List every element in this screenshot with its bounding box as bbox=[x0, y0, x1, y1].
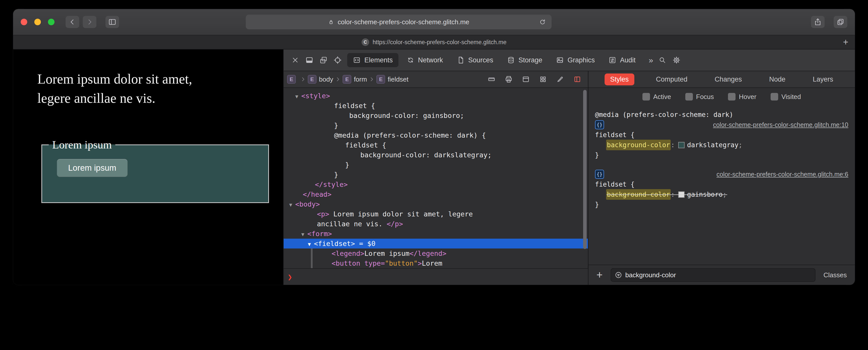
favicon: C bbox=[362, 38, 369, 46]
curly-braces-badge[interactable]: {} bbox=[595, 170, 604, 179]
pseudo-active-toggle[interactable]: Active bbox=[643, 93, 671, 101]
sidebar-toggle-button[interactable] bbox=[105, 16, 119, 28]
element-overlay-button[interactable] bbox=[572, 74, 583, 85]
pseudo-visited-toggle[interactable]: Visited bbox=[771, 93, 801, 101]
tab-computed[interactable]: Computed bbox=[651, 74, 693, 85]
close-icon bbox=[291, 56, 299, 64]
scrollbar-thumb[interactable] bbox=[583, 90, 587, 249]
breadcrumb-item-form[interactable]: E form bbox=[343, 75, 367, 84]
dom-line-selected[interactable]: ▼ <fieldset> = $0 bbox=[284, 239, 588, 249]
dom-line[interactable]: </head> bbox=[284, 189, 588, 199]
css-declaration[interactable]: background-color:darkslategray; bbox=[595, 140, 848, 150]
print-styles-button[interactable] bbox=[503, 74, 514, 85]
checkbox[interactable] bbox=[685, 93, 693, 100]
styles-filter-bar: + background-color Classes bbox=[588, 265, 855, 285]
css-property-value[interactable]: gainsboro bbox=[687, 189, 723, 200]
rule-source-link[interactable]: color-scheme-prefers-color-scheme.glitch… bbox=[717, 169, 848, 179]
quick-console[interactable]: ❯ bbox=[284, 268, 588, 285]
minimize-window-button[interactable] bbox=[34, 19, 41, 25]
url-text: color-scheme-prefers-color-scheme.glitch… bbox=[338, 18, 469, 26]
close-inspector-button[interactable] bbox=[288, 53, 302, 67]
url-bar[interactable]: color-scheme-prefers-color-scheme.glitch… bbox=[246, 14, 552, 29]
frames-button[interactable] bbox=[520, 74, 531, 85]
undock-button[interactable] bbox=[316, 53, 331, 67]
checkbox[interactable] bbox=[771, 93, 778, 100]
dom-line[interactable]: fieldset { bbox=[284, 140, 588, 150]
dom-line[interactable]: ▼ <body> bbox=[284, 199, 588, 209]
rule-source-link[interactable]: color-scheme-prefers-color-scheme.glitch… bbox=[713, 120, 848, 130]
more-tabs-button[interactable]: » bbox=[649, 56, 653, 65]
css-declaration-overridden[interactable]: background-color:gainsboro; bbox=[595, 189, 848, 200]
gear-icon bbox=[672, 56, 681, 64]
css-property-name[interactable]: background-color bbox=[606, 189, 671, 200]
page-button[interactable]: Lorem ipsum bbox=[57, 159, 128, 177]
tab-node[interactable]: Node bbox=[764, 74, 791, 85]
dom-line[interactable]: <p> Lorem ipsum dolor sit amet, legere bbox=[284, 209, 588, 219]
breadcrumb: E E body E form bbox=[284, 71, 588, 88]
inspector-settings-button[interactable] bbox=[670, 53, 684, 67]
zoom-window-button[interactable] bbox=[48, 19, 55, 25]
tab-network[interactable]: Network bbox=[401, 53, 448, 67]
breadcrumb-item-body[interactable]: E body bbox=[308, 75, 333, 84]
tab-sources[interactable]: Sources bbox=[451, 53, 499, 67]
new-tab-button[interactable]: + bbox=[843, 38, 848, 47]
checkbox[interactable] bbox=[643, 93, 650, 100]
back-button[interactable] bbox=[66, 16, 79, 28]
checkbox[interactable] bbox=[728, 93, 736, 100]
element-picker-button[interactable] bbox=[331, 53, 345, 67]
pseudo-hover-toggle[interactable]: Hover bbox=[728, 93, 756, 101]
dom-line[interactable]: fieldset { bbox=[284, 101, 588, 111]
dock-bottom-button[interactable] bbox=[302, 53, 316, 67]
dom-line[interactable]: ancillae ne vis. </p> bbox=[284, 219, 588, 229]
pseudo-focus-toggle[interactable]: Focus bbox=[685, 93, 714, 101]
forward-button[interactable] bbox=[83, 16, 96, 28]
paintbrush-icon bbox=[556, 75, 564, 83]
dom-line[interactable]: background-color: gainsboro; bbox=[284, 111, 588, 120]
css-selector[interactable]: fieldset { bbox=[595, 179, 848, 189]
tab-changes[interactable]: Changes bbox=[709, 74, 747, 85]
tab-storage[interactable]: Storage bbox=[501, 53, 548, 67]
element-overlay-icon bbox=[573, 75, 581, 83]
breadcrumb-item-fieldset[interactable]: E fieldset bbox=[376, 75, 408, 84]
paint-flashing-button[interactable] bbox=[555, 74, 566, 85]
browser-tab[interactable]: C https://color-scheme-prefers-color-sch… bbox=[362, 38, 506, 46]
filter-text: background-color bbox=[625, 271, 676, 279]
tab-overview-button[interactable] bbox=[834, 16, 847, 28]
ruler-overlay-button[interactable] bbox=[486, 74, 497, 85]
css-property-value[interactable]: darkslategray bbox=[687, 140, 739, 150]
css-selector[interactable]: fieldset { bbox=[595, 130, 848, 140]
styles-filter-input[interactable]: background-color bbox=[611, 268, 815, 282]
pseudo-class-toggles: Active Focus Hover Visited bbox=[588, 88, 855, 106]
classes-button[interactable]: Classes bbox=[821, 271, 849, 279]
add-rule-button[interactable]: + bbox=[594, 270, 605, 280]
dom-line[interactable]: ▼ <style> bbox=[284, 91, 588, 101]
grid-overlay-button[interactable] bbox=[537, 74, 549, 85]
dom-line[interactable]: background-color: darkslategray; bbox=[284, 150, 588, 160]
color-swatch[interactable] bbox=[678, 192, 685, 198]
tab-elements[interactable]: Elements bbox=[347, 53, 398, 67]
dom-line[interactable]: } bbox=[284, 120, 588, 130]
dom-line[interactable]: } bbox=[284, 170, 588, 179]
tab-layers[interactable]: Layers bbox=[807, 74, 839, 85]
dom-line[interactable]: <legend>Lorem ipsum</legend> bbox=[284, 249, 588, 258]
rule-source-line: {}color-scheme-prefers-color-scheme.glit… bbox=[595, 120, 848, 130]
dom-line[interactable]: <button type="button">Lorem bbox=[284, 258, 588, 268]
color-swatch[interactable] bbox=[678, 142, 685, 148]
reload-button[interactable] bbox=[537, 17, 548, 27]
dock-bottom-icon bbox=[305, 56, 314, 64]
dom-line[interactable]: ▼ <form> bbox=[284, 229, 588, 239]
breadcrumb-item-html[interactable]: E bbox=[287, 75, 298, 84]
tab-graphics[interactable]: Graphics bbox=[550, 53, 600, 67]
tab-styles[interactable]: Styles bbox=[604, 74, 634, 85]
dom-line[interactable]: } bbox=[284, 160, 588, 170]
dom-line[interactable]: @media (prefers-color-scheme: dark) { bbox=[284, 130, 588, 140]
separate-window-icon bbox=[319, 56, 328, 64]
closing-brace: } bbox=[595, 150, 848, 160]
inspector-search-button[interactable] bbox=[655, 53, 670, 67]
close-window-button[interactable] bbox=[21, 19, 27, 25]
dom-line[interactable]: </style> bbox=[284, 179, 588, 189]
css-property-name[interactable]: background-color bbox=[606, 140, 671, 150]
curly-braces-badge[interactable]: {} bbox=[595, 120, 604, 129]
tab-audit[interactable]: Audit bbox=[603, 53, 641, 67]
share-button[interactable] bbox=[811, 16, 825, 28]
